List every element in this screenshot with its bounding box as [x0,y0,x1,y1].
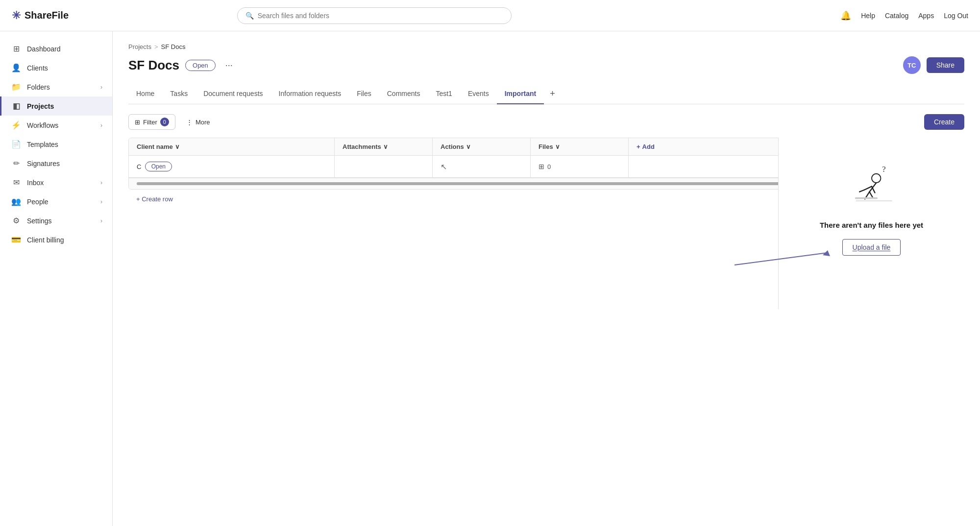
row-status-badge: Open [145,162,172,171]
logo-text: ShareFile [24,10,69,21]
catalog-link[interactable]: Catalog [885,12,908,20]
table-area: Client name ∨ Attachments ∨ Actions ∨ Fi… [128,138,964,209]
sidebar-label-inbox: Inbox [27,179,44,187]
sidebar-item-client-billing[interactable]: 💳 Client billing [0,230,112,249]
col-header-client-name[interactable]: Client name ∨ [129,138,335,155]
sidebar-item-workflows[interactable]: ⚡ Workflows › [0,116,112,135]
page-title: SF Docs [128,58,179,73]
files-cell-icon: ⊞ [539,163,544,170]
tab-add-button[interactable]: + [544,84,561,104]
create-row-label: + Create row [136,195,173,203]
sidebar-label-clients: Clients [27,64,48,72]
client-billing-icon: 💳 [11,235,21,244]
more-options-label: More [196,119,210,126]
settings-icon: ⚙ [11,216,21,225]
header-right: TC Share [903,56,964,74]
sidebar-item-dashboard[interactable]: ⊞ Dashboard [0,39,112,58]
templates-icon: 📄 [11,140,21,149]
tab-comments[interactable]: Comments [379,84,428,104]
col-label-files: Files [539,143,553,150]
inbox-chevron-icon: › [100,179,102,186]
sidebar-item-signatures[interactable]: ✏ Signatures [0,154,112,173]
cell-client-name-text: C [137,163,141,170]
col-sort-attachments-icon: ∨ [383,143,388,150]
cell-actions[interactable]: ↖ [433,156,531,177]
toolbar: ⊞ Filter 0 ⋮ More Create [128,114,964,130]
more-options-btn[interactable]: ⋮ More [180,116,216,129]
share-button[interactable]: Share [927,57,964,73]
empty-illustration: ? [842,157,901,211]
svg-line-6 [869,192,873,198]
col-sort-files-icon: ∨ [555,143,560,150]
sidebar-item-people[interactable]: 👥 People › [0,192,112,211]
breadcrumb-current: SF Docs [161,43,186,50]
col-sort-actions-icon: ∨ [466,143,471,150]
empty-state-panel: ? Ther [778,138,964,309]
logo[interactable]: ✳ ShareFile [12,9,69,22]
breadcrumb-parent[interactable]: Projects [128,43,151,50]
page-header: SF Docs Open ··· TC Share [128,56,964,74]
create-row-button[interactable]: + Create row [128,190,181,209]
notification-bell-icon[interactable]: 🔔 [840,10,851,21]
navbar: ✳ ShareFile 🔍 🔔 Help Catalog Apps Log Ou… [0,0,980,31]
col-header-actions[interactable]: Actions ∨ [433,138,531,155]
avatar: TC [903,56,921,74]
people-icon: 👥 [11,197,21,206]
layout: ⊞ Dashboard 👤 Clients 📁 Folders › ◧ Proj… [0,31,980,526]
search-input[interactable] [258,12,503,20]
apps-link[interactable]: Apps [918,12,934,20]
col-label-add: Add [642,143,655,150]
tab-files[interactable]: Files [349,84,379,104]
signatures-icon: ✏ [11,159,21,168]
logout-link[interactable]: Log Out [944,12,968,20]
tab-test1[interactable]: Test1 [428,84,460,104]
col-label-actions: Actions [441,143,464,150]
tab-information-requests[interactable]: Information requests [271,84,349,104]
status-badge: Open [185,60,216,71]
help-link[interactable]: Help [861,12,875,20]
sidebar-label-folders: Folders [27,83,50,91]
scroll-thumb[interactable] [137,182,792,185]
cell-attachments[interactable] [335,156,433,177]
tab-home[interactable]: Home [128,84,162,104]
workflows-icon: ⚡ [11,120,21,130]
arrow-icon [730,245,837,270]
sidebar-item-templates[interactable]: 📄 Templates [0,135,112,154]
cursor-icon: ↖ [441,162,447,171]
svg-line-10 [735,253,828,265]
tab-important[interactable]: Important [497,84,544,104]
col-header-attachments[interactable]: Attachments ∨ [335,138,433,155]
sidebar-item-settings[interactable]: ⚙ Settings › [0,211,112,230]
svg-line-7 [859,190,864,192]
sidebar-item-projects[interactable]: ◧ Projects [0,96,112,116]
cell-files[interactable]: ⊞ 0 [531,156,629,177]
upload-file-button[interactable]: Upload a file [842,239,901,256]
settings-chevron-icon: › [100,217,102,224]
svg-text:?: ? [882,165,885,174]
cell-client-name[interactable]: C Open [129,156,335,177]
tab-events[interactable]: Events [460,84,497,104]
svg-rect-9 [855,197,877,199]
tab-tasks[interactable]: Tasks [162,84,196,104]
sidebar-label-people: People [27,198,49,206]
filter-button[interactable]: ⊞ Filter 0 [128,114,175,130]
col-header-files[interactable]: Files ∨ [531,138,629,155]
empty-state-message: There aren't any files here yet [820,221,923,229]
clients-icon: 👤 [11,63,21,72]
col-label-client-name: Client name [137,143,173,150]
create-button[interactable]: Create [924,114,964,130]
folders-chevron-icon: › [100,84,102,91]
navbar-right: 🔔 Help Catalog Apps Log Out [840,10,968,21]
breadcrumb: Projects > SF Docs [128,43,964,50]
folders-icon: 📁 [11,82,21,92]
tab-document-requests[interactable]: Document requests [196,84,270,104]
add-col-plus-icon: + [637,143,640,150]
search-box[interactable]: 🔍 [237,7,512,24]
sidebar-item-folders[interactable]: 📁 Folders › [0,77,112,96]
more-options-button[interactable]: ··· [221,58,237,72]
sidebar-label-settings: Settings [27,217,52,225]
sidebar-item-clients[interactable]: 👤 Clients [0,58,112,77]
sidebar-item-inbox[interactable]: ✉ Inbox › [0,173,112,192]
breadcrumb-separator: > [154,43,158,50]
col-sort-icon: ∨ [175,143,180,150]
